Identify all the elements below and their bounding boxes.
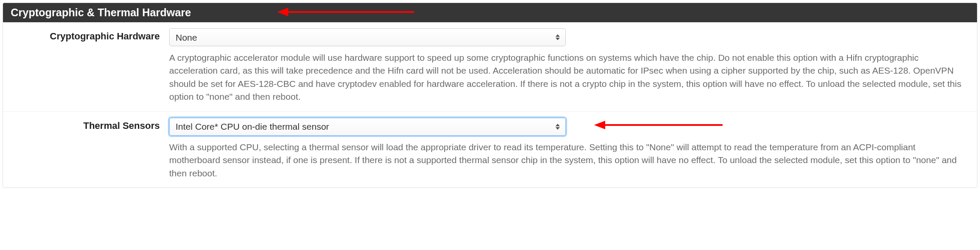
panel-header: Cryptographic & Thermal Hardware: [3, 3, 977, 22]
crypto-hardware-help: A cryptographic accelerator module will …: [169, 51, 969, 104]
crypto-hardware-control: None A cryptographic accelerator module …: [169, 28, 969, 104]
thermal-sensors-control: Intel Core* CPU on-die thermal sensor Wi…: [169, 118, 969, 180]
thermal-sensors-help: With a supported CPU, selecting a therma…: [169, 141, 969, 180]
crypto-hardware-select-wrap: None: [169, 28, 566, 46]
thermal-sensors-select[interactable]: Intel Core* CPU on-die thermal sensor: [169, 118, 566, 136]
svg-marker-1: [277, 8, 288, 16]
crypto-hardware-row: Cryptographic Hardware None A cryptograp…: [3, 22, 977, 112]
thermal-sensors-row: Thermal Sensors Intel Core* CPU on-die t…: [3, 112, 977, 188]
settings-panel: Cryptographic & Thermal Hardware Cryptog…: [3, 3, 977, 188]
crypto-hardware-label: Cryptographic Hardware: [11, 28, 169, 42]
thermal-sensors-label: Thermal Sensors: [11, 118, 169, 131]
annotation-arrow-header: [277, 5, 414, 19]
panel-title: Cryptographic & Thermal Hardware: [11, 6, 191, 18]
thermal-sensors-select-wrap: Intel Core* CPU on-die thermal sensor: [169, 118, 566, 136]
crypto-hardware-select[interactable]: None: [169, 28, 566, 46]
